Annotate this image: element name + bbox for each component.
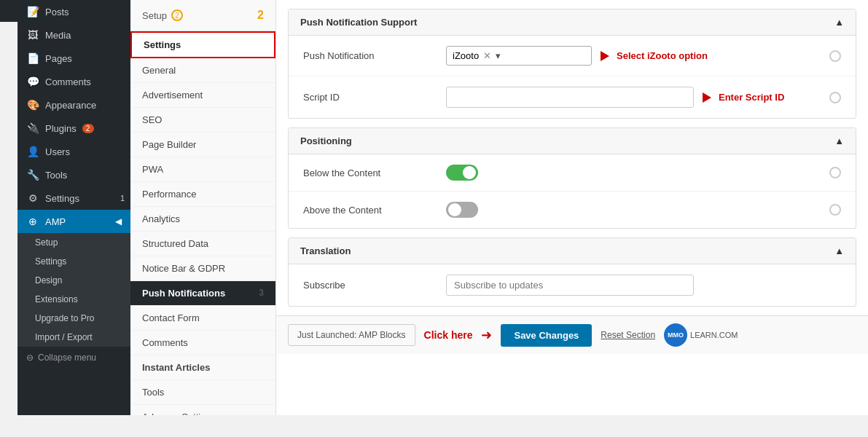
sidebar-item-comments[interactable]: 💬 Comments [17, 70, 130, 93]
toggle-knob-2 [448, 203, 461, 216]
settings-badge: 1 [120, 194, 125, 202]
script-id-annotation: Enter Script ID [703, 92, 784, 103]
amp-arrow: ◀ [115, 216, 122, 227]
middle-item-tools[interactable]: Tools [130, 380, 275, 405]
sidebar-item-appearance[interactable]: 🎨 Appearance [17, 93, 130, 117]
pages-icon: 📄 [26, 52, 39, 64]
amp-sub-extensions[interactable]: Extensions [17, 290, 130, 309]
just-launched-button[interactable]: Just Launched: AMP Blocks [288, 324, 415, 346]
below-content-label: Below the Content [303, 168, 434, 178]
middle-item-advance-settings[interactable]: Advance Settings [130, 405, 275, 415]
script-id-control: Enter Script ID [446, 87, 818, 108]
above-content-label: Above the Content [303, 205, 434, 216]
click-here-label: Click here [424, 329, 473, 341]
appearance-icon: 🎨 [26, 99, 39, 111]
amp-icon: ⊕ [26, 216, 39, 227]
push-notification-support-section: Push Notification Support ▲ Push Notific… [288, 9, 856, 119]
middle-item-push-notifications[interactable]: Push Notifications 3 [130, 281, 275, 306]
amp-submenu: Setup Settings Design Extensions Upgrade… [17, 233, 130, 347]
push-notification-support-body: Push Notification iZooto ✕ ▾ Select iZoo… [289, 36, 856, 118]
step2-num: 2 [257, 9, 264, 22]
collapse-positioning-icon[interactable]: ▲ [834, 135, 844, 146]
select-clear-icon[interactable]: ✕ [483, 50, 491, 61]
amp-sub-settings[interactable]: Settings [17, 252, 130, 271]
above-content-toggle[interactable] [446, 202, 478, 218]
sidebar-item-plugins[interactable]: 🔌 Plugins 2 [17, 117, 130, 140]
sidebar-item-tools[interactable]: 🔧 Tools [17, 163, 130, 186]
middle-item-notice-bar[interactable]: Notice Bar & GDPR [130, 256, 275, 281]
click-here-arrow-icon: ➜ [481, 327, 492, 343]
sidebar-item-settings[interactable]: ⚙ Settings 1 [17, 186, 130, 210]
middle-item-contact-form[interactable]: Contact Form [130, 306, 275, 331]
below-content-toggle[interactable] [446, 165, 478, 181]
sidebar-item-media[interactable]: 🖼 Media [17, 23, 130, 47]
sidebar-item-posts[interactable]: 📝 Posts [17, 0, 130, 23]
push-notification-control: iZooto ✕ ▾ Select iZooto option [446, 46, 818, 66]
arrow-icon-2 [703, 92, 711, 103]
subscribe-label: Subscribe [303, 280, 434, 291]
script-id-check [829, 92, 841, 103]
subscribe-input[interactable] [446, 275, 694, 296]
middle-item-seo[interactable]: SEO [130, 108, 275, 133]
collapse-translation-icon[interactable]: ▲ [834, 245, 844, 256]
translation-section: Translation ▲ Subscribe [288, 237, 856, 307]
amp-sub-setup[interactable]: Setup [17, 233, 130, 252]
push-notification-select[interactable]: iZooto ✕ ▾ [446, 46, 592, 66]
plugins-badge: 2 [82, 124, 94, 133]
middle-item-performance[interactable]: Performance [130, 182, 275, 207]
middle-item-advertisement[interactable]: Advertisement [130, 83, 275, 108]
middle-item-comments[interactable]: Comments [130, 331, 275, 355]
select-value: iZooto [453, 50, 479, 61]
save-changes-button[interactable]: Save Changes [501, 324, 592, 347]
middle-item-structured-data[interactable]: Structured Data [130, 232, 275, 256]
collapse-section-icon[interactable]: ▲ [834, 17, 844, 28]
setup-step-badge: 2 [171, 9, 183, 21]
arrow-icon [601, 51, 609, 61]
amp-sub-upgrade[interactable]: Upgrade to Pro [17, 309, 130, 328]
top-bar [0, 0, 17, 22]
middle-item-instant-articles[interactable]: Instant Articles [130, 355, 275, 380]
script-id-input[interactable] [446, 87, 694, 108]
media-icon: 🖼 [26, 29, 39, 41]
middle-item-page-builder[interactable]: Page Builder [130, 133, 275, 157]
above-content-check [829, 204, 841, 216]
middle-panel: Setup 2 2 Settings General Advertisement… [130, 0, 276, 415]
plugins-icon: 🔌 [26, 122, 39, 134]
push-notification-annotation: Select iZooto option [601, 50, 708, 61]
sidebar-item-amp[interactable]: ⊕ AMP ◀ [17, 210, 130, 233]
toggle-knob [463, 166, 476, 179]
middle-header: Setup 2 2 [130, 0, 275, 31]
step3-badge: 3 [259, 288, 264, 298]
sidebar-item-pages[interactable]: 📄 Pages [17, 47, 130, 70]
above-content-control [446, 202, 818, 218]
middle-item-settings[interactable]: Settings [130, 31, 275, 58]
posts-icon: 📝 [26, 6, 39, 17]
select-arrow-icon[interactable]: ▾ [496, 50, 501, 61]
tools-icon: 🔧 [26, 169, 39, 181]
positioning-body: Below the Content Above the Content [289, 154, 856, 228]
push-notification-check [829, 50, 841, 62]
translation-body: Subscribe [289, 264, 856, 306]
below-content-row: Below the Content [289, 154, 856, 192]
positioning-section: Positioning ▲ Below the Content Above th… [288, 127, 856, 229]
collapse-icon: ⊖ [26, 353, 34, 363]
settings-icon: ⚙ [26, 192, 39, 204]
subscribe-row: Subscribe [289, 264, 856, 306]
above-content-row: Above the Content [289, 192, 856, 228]
amp-sub-design[interactable]: Design [17, 271, 130, 290]
reset-section-button[interactable]: Reset Section [601, 330, 655, 340]
push-notification-row: Push Notification iZooto ✕ ▾ Select iZoo… [289, 36, 856, 76]
collapse-menu[interactable]: ⊖ Collapse menu [17, 347, 130, 369]
script-id-row: Script ID Enter Script ID [289, 76, 856, 118]
mmolearn-logo-area: MMO LEARN.COM [664, 323, 738, 347]
amp-sub-import[interactable]: Import / Export [17, 328, 130, 347]
push-notification-support-header: Push Notification Support ▲ [289, 9, 856, 36]
middle-item-general[interactable]: General [130, 58, 275, 83]
sidebar-item-users[interactable]: 👤 Users [17, 140, 130, 163]
subscribe-control [446, 275, 841, 296]
mmolearn-logo: MMO [664, 323, 687, 347]
users-icon: 👤 [26, 146, 39, 157]
middle-item-analytics[interactable]: Analytics [130, 207, 275, 232]
translation-header: Translation ▲ [289, 238, 856, 264]
middle-item-pwa[interactable]: PWA [130, 157, 275, 182]
